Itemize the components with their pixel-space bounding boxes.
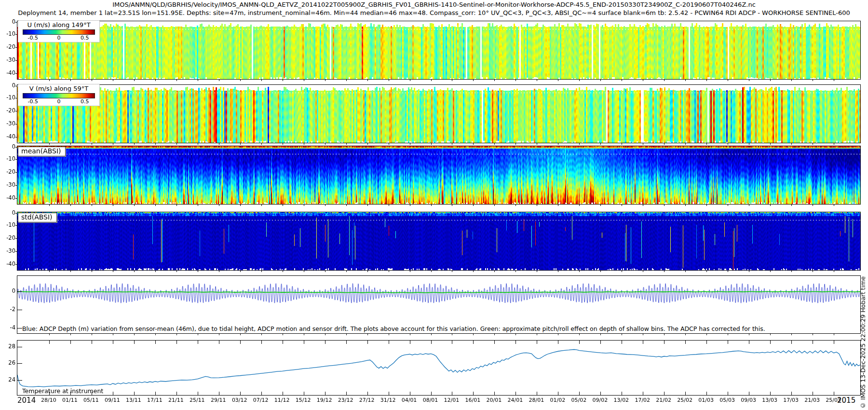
x-axis-tick-mark <box>791 80 792 81</box>
x-axis-tick-mark <box>452 341 452 344</box>
depth-axis-tick-mark <box>15 34 17 35</box>
x-axis-date-label: 19/12 <box>314 397 335 403</box>
x-axis-tick-mark <box>643 392 643 395</box>
x-axis-tick-mark <box>155 271 156 272</box>
x-axis-tick-mark <box>834 392 834 395</box>
x-axis-tick-mark <box>176 392 177 395</box>
x-axis-tick-mark <box>325 392 326 395</box>
x-axis-date-label: 15/12 <box>293 397 314 403</box>
x-axis-tick-mark <box>685 341 686 344</box>
x-axis-tick-mark <box>367 271 368 272</box>
depth-axis-tick-mark <box>15 172 17 173</box>
depth-axis-tick-mark <box>15 86 17 86</box>
x-axis-tick-mark <box>389 205 389 206</box>
x-axis-tick-mark <box>70 80 71 81</box>
depth-axis-tick-mark <box>15 47 17 48</box>
x-axis-tick-mark <box>261 334 262 335</box>
v-colorbar-legend: V (m/s) along 59°T -0.5 0 0.5 <box>18 84 100 106</box>
x-axis-tick-mark <box>304 392 304 395</box>
x-axis-tick-mark <box>813 80 813 81</box>
temperature-tick-label: 26 <box>1 360 15 366</box>
x-axis-tick-mark <box>706 271 707 272</box>
x-axis-tick-mark <box>834 143 834 145</box>
x-axis-tick-mark <box>452 334 452 335</box>
x-axis-tick-mark <box>706 80 707 81</box>
depth-axis-tick-label: 0 <box>1 19 15 25</box>
x-axis-date-label: 08/01 <box>420 397 441 403</box>
x-axis-tick-mark <box>685 334 686 335</box>
x-axis-tick-mark <box>134 334 135 335</box>
depth-axis-tick-mark <box>15 73 17 74</box>
x-axis-tick-mark <box>728 334 728 335</box>
x-axis-date-label: 03/12 <box>229 397 250 403</box>
x-axis-date-label: 29/11 <box>208 397 229 403</box>
depth-axis-tick-mark <box>15 22 17 23</box>
x-axis-tick-mark <box>346 334 347 335</box>
x-axis-date-label: 16/01 <box>462 397 483 403</box>
x-axis-tick-mark <box>749 80 749 81</box>
mean-absi-heatmap-canvas <box>17 146 860 204</box>
x-axis-tick-mark <box>558 334 558 335</box>
v-velocity-heatmap-canvas <box>17 85 860 143</box>
x-axis-date-label: 21/03 <box>801 397 823 403</box>
x-axis-tick-mark <box>113 205 113 206</box>
x-axis-tick-mark <box>155 80 156 81</box>
x-axis-tick-mark <box>685 205 686 206</box>
x-axis-tick-mark <box>431 271 432 272</box>
figure-root: IMOS/ANMN/QLD/GBRHIS/Velocity/IMOS_ANMN-… <box>0 0 868 410</box>
x-axis-date-label: 07/12 <box>250 397 271 403</box>
depth-axis-tick-label: 0 <box>1 144 15 150</box>
x-axis-tick-mark <box>770 341 771 344</box>
depth-axis-tick-label: -30 <box>1 121 15 126</box>
x-axis-tick-mark <box>664 392 665 395</box>
x-axis-tick-mark <box>346 143 347 145</box>
x-axis-tick-mark <box>791 341 792 344</box>
depth-axis-tick-label: -10 <box>1 31 15 37</box>
depth-axis-tick-label: -40 <box>1 261 15 267</box>
x-axis-tick-mark <box>304 271 304 272</box>
x-axis-date-label: 13/02 <box>610 397 632 403</box>
x-axis-tick-mark <box>558 341 558 344</box>
x-axis-tick-mark <box>749 205 749 206</box>
x-axis-tick-mark <box>240 205 241 206</box>
x-axis-tick-mark <box>664 341 665 344</box>
x-axis-tick-mark <box>431 80 432 81</box>
depth-axis-tick-label: -20 <box>1 169 15 175</box>
x-axis-tick-mark <box>113 271 113 272</box>
x-axis-tick-mark <box>176 143 177 145</box>
x-axis-tick-mark <box>643 271 643 272</box>
depth-axis-tick-mark <box>15 198 17 199</box>
x-axis-tick-mark <box>283 143 283 145</box>
x-axis-tick-mark <box>219 334 219 335</box>
x-axis-tick-mark <box>240 392 241 395</box>
figure-title-line1: IMOS/ANMN/QLD/GBRHIS/Velocity/IMOS_ANMN-… <box>0 1 868 8</box>
mean-absi-label: mean(ABSI) <box>18 147 66 156</box>
depth-variation-tick-label: -2 <box>1 306 15 312</box>
y-axis-tick-mark <box>17 380 22 381</box>
x-axis-tick-mark <box>113 143 113 145</box>
x-axis-tick-mark <box>494 143 495 145</box>
x-axis-tick-mark <box>834 271 834 272</box>
x-axis-tick-mark <box>813 334 813 335</box>
x-axis-tick-mark <box>494 205 495 206</box>
x-axis-tick-mark <box>346 271 347 272</box>
x-axis-tick-mark <box>367 80 368 81</box>
x-axis-date-label: 27/12 <box>356 397 378 403</box>
x-axis-tick-mark <box>219 392 219 395</box>
depth-axis-tick-mark <box>15 60 17 61</box>
panel-depth-variation: Blue: ADCP Depth (m) variation from sens… <box>17 275 861 334</box>
x-axis-tick-mark <box>770 80 771 81</box>
x-axis-date-label: 25/02 <box>674 397 695 403</box>
x-axis-tick-mark <box>198 334 198 335</box>
surface-blank-dotted-line <box>17 220 860 220</box>
x-axis-tick-mark <box>219 205 219 206</box>
x-axis-tick-mark <box>283 334 283 335</box>
x-axis-tick-mark <box>325 271 326 272</box>
x-axis-tick-mark <box>134 205 135 206</box>
u-colorbar-legend: U (m/s) along 149°T -0.5 0 0.5 <box>18 20 100 42</box>
x-axis-tick-mark <box>515 271 516 272</box>
x-axis-tick-mark <box>515 205 516 206</box>
panel-mean-absi: mean(ABSI) <box>17 146 861 205</box>
x-axis-tick-mark <box>367 143 368 145</box>
x-axis-tick-mark <box>706 341 707 344</box>
